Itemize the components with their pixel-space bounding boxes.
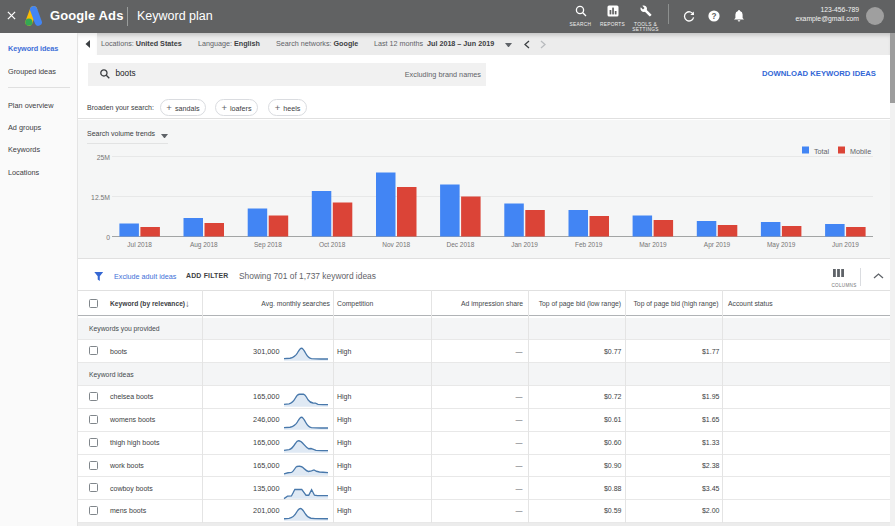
svg-text:Feb 2019: Feb 2019	[575, 241, 603, 248]
svg-text:?: ?	[711, 12, 716, 21]
svg-text:Mar 2019: Mar 2019	[639, 241, 667, 248]
svg-text:12.5M: 12.5M	[91, 194, 110, 201]
svg-text:25M: 25M	[97, 154, 111, 161]
svg-text:Jun 2019: Jun 2019	[832, 241, 859, 248]
svg-text:Apr 2019: Apr 2019	[704, 241, 731, 249]
svg-text:Mobile: Mobile	[850, 147, 871, 156]
svg-text:Jan 2019: Jan 2019	[511, 241, 538, 248]
svg-text:May 2019: May 2019	[767, 241, 796, 249]
svg-text:Jul 2018: Jul 2018	[127, 241, 152, 248]
svg-text:Total: Total	[814, 147, 830, 156]
svg-text:Nov 2018: Nov 2018	[382, 241, 410, 248]
svg-text:Dec 2018: Dec 2018	[446, 241, 474, 248]
svg-text:0: 0	[106, 234, 110, 241]
svg-text:Aug 2018: Aug 2018	[190, 241, 218, 249]
svg-text:Oct 2018: Oct 2018	[319, 241, 346, 248]
svg-text:Sep 2018: Sep 2018	[254, 241, 282, 249]
